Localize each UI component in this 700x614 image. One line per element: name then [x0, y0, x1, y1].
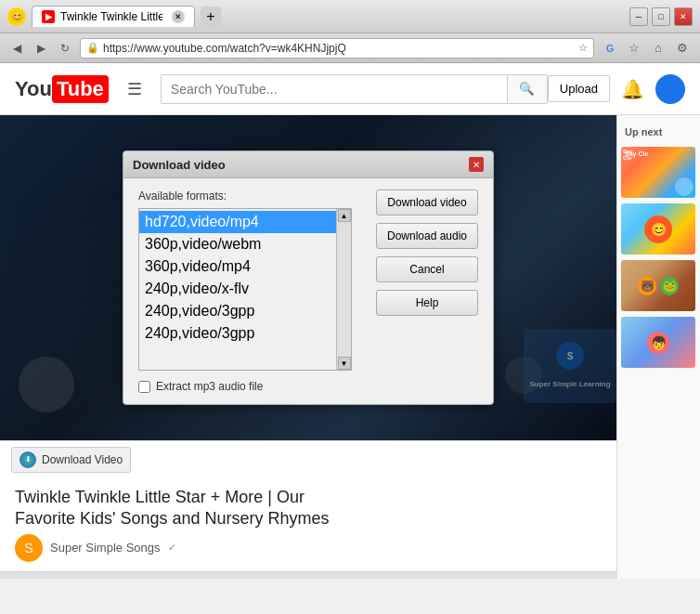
notification-bell-icon[interactable]: 🔔	[621, 78, 644, 100]
format-item-2[interactable]: 360p,video/mp4	[139, 255, 336, 278]
browser-addressbar: ◀ ▶ ↻ 🔒 https://www.youtube.com/watch?v=…	[0, 33, 700, 63]
scrollbar-down[interactable]: ▼	[338, 357, 351, 370]
header-right: Upload 🔔	[548, 74, 685, 104]
thumb-3-animal-1: 🐻	[638, 277, 656, 295]
video-title-line2: Favorite Kids' Songs and Nursery Rhymes	[15, 509, 330, 528]
youtube-logo[interactable]: YouTube	[15, 75, 109, 103]
scrollbar-up[interactable]: ▲	[338, 209, 351, 222]
address-bar[interactable]: 🔒 https://www.youtube.com/watch?v=wk4KHN…	[80, 38, 594, 59]
verified-icon: ✓	[168, 542, 176, 554]
modal-buttons: Download video Download audio Cancel Hel…	[376, 189, 478, 393]
back-button[interactable]: ◀	[7, 39, 26, 58]
user-avatar[interactable]	[655, 74, 685, 104]
logo-you: You	[15, 77, 52, 101]
home-icon[interactable]: ⌂	[648, 38, 668, 59]
hamburger-menu-icon[interactable]: ☰	[127, 79, 142, 99]
forward-button[interactable]: ▶	[32, 39, 50, 58]
minimize-button[interactable]: ─	[629, 7, 648, 26]
extract-mp3-checkbox[interactable]	[138, 381, 150, 393]
download-video-button[interactable]: Download video	[376, 189, 478, 216]
close-button[interactable]: ✕	[674, 7, 693, 26]
video-column: S Super Simple Learning Download video ✕	[0, 115, 616, 579]
format-scrollbar[interactable]: ▲ ▼	[336, 209, 351, 370]
google-icon[interactable]: G	[600, 38, 620, 59]
download-video-label: Download Video	[42, 453, 123, 466]
thumb-2-face: 😊	[644, 216, 672, 243]
search-input[interactable]	[161, 74, 507, 104]
up-next-label: Up next	[621, 123, 696, 141]
window-controls: ─ □ ✕	[629, 7, 693, 26]
sidebar: Up next SayCle 😊 🐻 🐸	[616, 115, 700, 579]
thumb-4-face: 👦	[647, 332, 669, 354]
search-button[interactable]: 🔍	[507, 74, 548, 104]
format-item-4[interactable]: 240p,video/3gpp	[139, 300, 336, 322]
download-ext-icon: ⬇	[19, 451, 36, 468]
modal-title: Download video	[133, 158, 226, 172]
download-extension-button[interactable]: ⬇ Download Video	[11, 447, 131, 473]
channel-row: S Super Simple Songs ✓	[15, 534, 602, 562]
available-formats-label: Available formats:	[138, 189, 365, 202]
video-title: Twinkle Twinkle Little Star + More | Our…	[15, 487, 602, 530]
format-list: hd720,video/mp4 360p,video/webm 360p,vid…	[139, 209, 336, 370]
search-icon: 🔍	[519, 82, 535, 96]
sidebar-thumb-1[interactable]: SayCle	[621, 147, 695, 198]
main-content: S Super Simple Learning Download video ✕	[0, 115, 700, 579]
download-audio-button[interactable]: Download audio	[376, 223, 478, 249]
maximize-button[interactable]: □	[652, 7, 670, 26]
extract-mp3-row: Extract mp3 audio file	[138, 380, 365, 393]
modal-overlay: Download video ✕ Available formats: hd72…	[0, 115, 616, 440]
cancel-button[interactable]: Cancel	[376, 256, 478, 282]
format-item-0[interactable]: hd720,video/mp4	[139, 211, 336, 233]
browser-favicon: 😊	[7, 7, 26, 26]
upload-button[interactable]: Upload	[548, 75, 610, 102]
video-title-line1: Twinkle Twinkle Little Star + More | Our	[15, 488, 305, 506]
logo-tube: Tube	[52, 75, 109, 103]
thumb-2-content: 😊	[621, 203, 695, 255]
format-listbox-container: hd720,video/mp4 360p,video/webm 360p,vid…	[138, 208, 352, 371]
tab-close-button[interactable]: ✕	[172, 10, 185, 23]
horizontal-scrollbar[interactable]	[0, 571, 616, 579]
channel-name[interactable]: Super Simple Songs	[50, 541, 161, 555]
format-item-3[interactable]: 240p,video/x-flv	[139, 278, 336, 300]
url-text: https://www.youtube.com/watch?v=wk4KHNJj…	[103, 42, 346, 55]
download-video-dialog: Download video ✕ Available formats: hd72…	[123, 150, 494, 405]
thumb-3-animal-2: 🐸	[660, 277, 679, 295]
youtube-header: YouTube ☰ 🔍 Upload 🔔	[0, 63, 700, 115]
help-button[interactable]: Help	[376, 290, 478, 316]
bookmark-icon[interactable]: ☆	[578, 42, 588, 54]
browser-tab[interactable]: ▶ Twinkle Twinkle Little S ✕	[32, 6, 195, 27]
new-tab-button[interactable]: +	[201, 7, 221, 27]
page-wrapper: 😊 ▶ Twinkle Twinkle Little S ✕ + ─ □ ✕ ◀…	[0, 0, 700, 614]
refresh-button[interactable]: ↻	[56, 39, 74, 58]
format-item-1[interactable]: 360p,video/webm	[139, 233, 336, 255]
bottom-bar: ⬇ Download Video	[0, 440, 616, 477]
star-icon[interactable]: ☆	[624, 38, 644, 59]
thumb-1-text: SayCle	[623, 149, 633, 162]
thumb-3-animals: 🐻 🐸	[638, 277, 679, 295]
extract-mp3-label: Extract mp3 audio file	[156, 380, 263, 393]
sidebar-thumb-2[interactable]: 😊	[621, 203, 695, 255]
modal-close-button[interactable]: ✕	[469, 157, 484, 172]
thumb-1-face	[675, 177, 694, 196]
channel-avatar[interactable]: S	[15, 534, 43, 562]
search-bar: 🔍	[161, 74, 548, 104]
browser-titlebar: 😊 ▶ Twinkle Twinkle Little S ✕ + ─ □ ✕	[0, 0, 700, 33]
settings-icon[interactable]: ⚙	[672, 38, 693, 59]
tab-title: Twinkle Twinkle Little S	[60, 10, 162, 23]
video-info: Twinkle Twinkle Little Star + More | Our…	[0, 477, 616, 571]
format-section: Available formats: hd720,video/mp4 360p,…	[138, 189, 365, 393]
format-item-5[interactable]: 240p,video/3gpp	[139, 322, 336, 345]
sidebar-thumb-3[interactable]: 🐻 🐸	[621, 260, 695, 311]
lock-icon: 🔒	[86, 42, 99, 54]
browser-icons: G ☆ ⌂ ⚙	[600, 38, 693, 59]
modal-titlebar: Download video ✕	[123, 151, 493, 178]
thumb-4-content: 👦	[621, 317, 695, 368]
youtube-favicon: ▶	[42, 10, 55, 23]
video-player: S Super Simple Learning Download video ✕	[0, 115, 616, 440]
sidebar-thumb-4[interactable]: 👦	[621, 317, 695, 368]
thumb-3-content: 🐻 🐸	[621, 260, 695, 311]
modal-body: Available formats: hd720,video/mp4 360p,…	[123, 178, 493, 404]
